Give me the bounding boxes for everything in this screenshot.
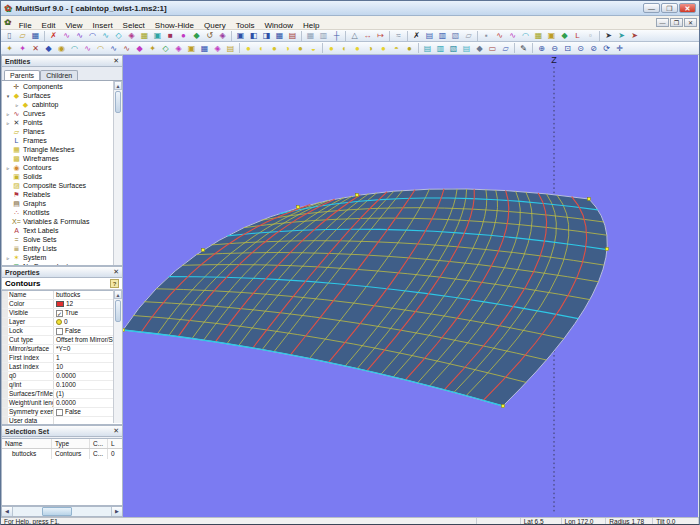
insert-composite-icon[interactable]: ◈	[216, 30, 229, 41]
bead-tool-icon[interactable]: ◆	[42, 43, 55, 54]
show-labels-icon[interactable]: ◒	[307, 43, 320, 54]
insert-curve-icon[interactable]: ∿	[60, 30, 73, 41]
scroll-thumb[interactable]	[115, 300, 121, 322]
scroll-thumb[interactable]	[42, 507, 72, 516]
paste-entity-icon[interactable]: ▧	[447, 43, 460, 54]
shade-mode-icon[interactable]: △	[348, 30, 361, 41]
property-value[interactable]: False	[54, 327, 122, 335]
ccurve-tool-icon[interactable]: ∿	[120, 43, 133, 54]
tree-item-contours[interactable]: ▹◉Contours	[2, 163, 122, 172]
insert-ring-icon[interactable]: ●	[177, 30, 190, 41]
tree-item-system[interactable]: ▹✶System	[2, 253, 122, 262]
minimize-button[interactable]: —	[643, 3, 660, 13]
property-value[interactable]: buttocks	[54, 291, 122, 299]
stretch-reset-icon[interactable]: ↦	[374, 30, 387, 41]
show-curves-icon[interactable]: ◑	[281, 43, 294, 54]
expand-arrow-icon[interactable]: ▹	[13, 102, 21, 108]
tree-item-graphs[interactable]: ▤Graphs	[2, 199, 122, 208]
zoom-all-icon[interactable]: ⊙	[574, 43, 587, 54]
layer-bulb-icon[interactable]	[56, 319, 62, 325]
insert-mesh-icon[interactable]: ▦	[138, 30, 151, 41]
selection-close-icon[interactable]: ✕	[113, 427, 119, 435]
relpoint-tool-icon[interactable]: ✦	[16, 43, 29, 54]
property-value[interactable]: 0	[54, 318, 122, 326]
insert-bead-icon[interactable]: ◆	[190, 30, 203, 41]
properties-close-icon[interactable]: ✕	[113, 268, 119, 276]
save-file-icon[interactable]: ▦	[29, 30, 42, 41]
open-file-icon[interactable]: ▱	[16, 30, 29, 41]
column-header-1[interactable]: Type	[52, 439, 90, 448]
edit-blank-icon[interactable]: ▫	[584, 30, 597, 41]
tree-item-frames[interactable]: LFrames	[2, 136, 122, 145]
edit-mesh-icon[interactable]: ▦	[532, 30, 545, 41]
menu-edit[interactable]: Edit	[37, 20, 61, 31]
mdi-close-button[interactable]: ✕	[684, 18, 697, 27]
property-value[interactable]: False	[54, 408, 122, 416]
color-swatch[interactable]	[56, 301, 64, 307]
zoom-out-icon[interactable]: ⊖	[548, 43, 561, 54]
tree-item-solve-sets[interactable]: =Solve Sets	[2, 235, 122, 244]
rotate-view-icon[interactable]: ⟳	[600, 43, 613, 54]
digitize-icon[interactable]: ∿	[493, 30, 506, 41]
scroll-track[interactable]	[13, 507, 111, 516]
snap-grid-icon[interactable]: ▥	[317, 30, 330, 41]
cabintop-surface[interactable]	[123, 189, 609, 408]
blank-tool-icon[interactable]: ▪	[480, 30, 493, 41]
offset-surf-icon[interactable]: ◈	[211, 43, 224, 54]
delete-entity-icon[interactable]: ✗	[47, 30, 60, 41]
abspoint-tool-icon[interactable]: ✕	[29, 43, 42, 54]
zoom-window-icon[interactable]: ⊡	[561, 43, 574, 54]
tab-children[interactable]: Children	[40, 70, 78, 80]
help-icon[interactable]: ?	[110, 279, 119, 288]
select-add-icon[interactable]: ➤	[615, 30, 628, 41]
property-value[interactable]: 0.1000	[54, 381, 122, 389]
magnet-tool-icon[interactable]: ◉	[55, 43, 68, 54]
property-value[interactable]	[54, 417, 122, 425]
copy-special-icon[interactable]: ▥	[434, 43, 447, 54]
tree-item-solids[interactable]: ▣Solids	[2, 172, 122, 181]
checkbox-checked-icon[interactable]: ✓	[56, 310, 63, 317]
property-value[interactable]: 1	[54, 354, 122, 362]
line-tool-icon[interactable]: ∿	[81, 43, 94, 54]
zoom-previous-icon[interactable]: ⊘	[587, 43, 600, 54]
tree-item-composite-surfaces[interactable]: ▨Composite Surfaces	[2, 181, 122, 190]
zoom-in-icon[interactable]: ⊕	[535, 43, 548, 54]
insert-ruled-surface-icon[interactable]: ◈	[125, 30, 138, 41]
insert-bcurve-icon[interactable]: ∿	[99, 30, 112, 41]
tree-item-curves[interactable]: ▹∿Curves	[2, 109, 122, 118]
show-selected-icon[interactable]: ◐	[255, 43, 268, 54]
column-header-2[interactable]: C...	[90, 439, 108, 448]
menu-query[interactable]: Query	[199, 20, 231, 31]
mirror-copy-icon[interactable]: ◆	[473, 43, 486, 54]
property-value[interactable]: *Y=0	[54, 345, 122, 353]
menu-window[interactable]: Window	[259, 20, 297, 31]
tree-item-entity-lists[interactable]: ≣Entity Lists	[2, 244, 122, 253]
tree-item-planes[interactable]: ▱Planes	[2, 127, 122, 136]
array-copy-icon[interactable]: ▭	[486, 43, 499, 54]
menu-view[interactable]: View	[60, 20, 87, 31]
menu-show-hide[interactable]: Show-Hide	[150, 20, 199, 31]
tree-item-knotlists[interactable]: ∴Knotlists	[2, 208, 122, 217]
insert-solid-icon[interactable]: ■	[164, 30, 177, 41]
edit-pencil-icon[interactable]: ✎	[517, 43, 530, 54]
axes-toggle-icon[interactable]: ┼	[330, 30, 343, 41]
hide-others-icon[interactable]: ◓	[390, 43, 403, 54]
hide-selected-icon[interactable]: ◐	[338, 43, 351, 54]
property-value[interactable]: 12	[54, 300, 122, 308]
edit-bead-icon[interactable]: ◆	[558, 30, 571, 41]
tree-item-text-labels[interactable]: AText Labels	[2, 226, 122, 235]
new-file-icon[interactable]: ▯	[3, 30, 16, 41]
show-surfaces-icon[interactable]: ●	[294, 43, 307, 54]
rel-surf-icon[interactable]: ◈	[172, 43, 185, 54]
edit-curve-icon[interactable]: ∿	[506, 30, 519, 41]
view-perspective-icon[interactable]: ▤	[286, 30, 299, 41]
menu-help[interactable]: Help	[298, 20, 324, 31]
view-single-icon[interactable]: ▣	[234, 30, 247, 41]
select-subtract-icon[interactable]: ➤	[628, 30, 641, 41]
stretch-h-icon[interactable]: ↔	[361, 30, 374, 41]
checkbox-unchecked-icon[interactable]	[56, 409, 63, 416]
hide-surfaces-icon[interactable]: ●	[377, 43, 390, 54]
expand-arrow-icon[interactable]: ▹	[4, 255, 12, 261]
property-value[interactable]: 0.0000	[54, 399, 122, 407]
column-header-3[interactable]: L	[108, 439, 122, 448]
